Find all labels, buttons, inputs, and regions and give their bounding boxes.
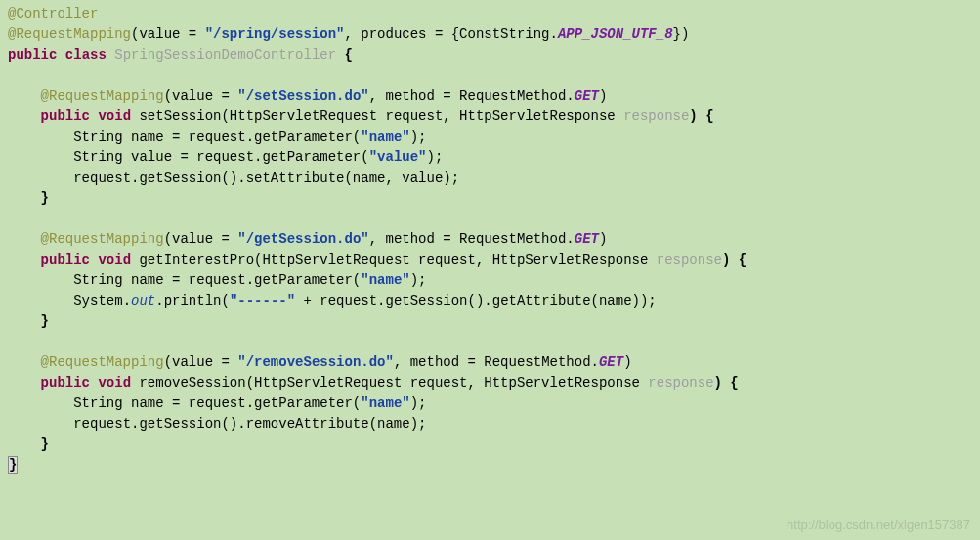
code-text: (value = (131, 26, 205, 42)
string-literal: "name" (361, 129, 409, 145)
code-text: String name = request.getParameter( (73, 395, 361, 411)
code-text: setSession(HttpServletRequest request, H… (131, 108, 623, 124)
code-text: ); (410, 395, 427, 411)
brace: { (336, 47, 353, 62)
code-text: + request.getSession().getAttribute(name… (295, 293, 657, 309)
annotation: @RequestMapping (41, 88, 164, 104)
annotation: @RequestMapping (41, 354, 164, 370)
unused-param: response (657, 252, 722, 268)
code-text: request.getSession().setAttribute(name, … (73, 170, 459, 186)
string-literal: "/setSession.do" (237, 88, 368, 104)
code-text: String name = request.getParameter( (73, 129, 361, 145)
code-text: System. (73, 293, 131, 309)
constant: GET (575, 231, 599, 247)
code-text: ); (410, 272, 427, 288)
code-text: ) { (722, 252, 746, 268)
code-text: , method = RequestMethod. (369, 231, 575, 247)
keyword: public (41, 108, 90, 124)
string-literal: "name" (361, 272, 409, 288)
code-text: (value = (164, 354, 238, 370)
brace: } (41, 190, 49, 206)
unused-param: response (648, 375, 713, 391)
constant: GET (599, 354, 623, 370)
string-literal: "/spring/session" (205, 26, 345, 42)
watermark: http://blog.csdn.net/xlgen157387 (787, 516, 970, 535)
code-text: String name = request.getParameter( (73, 272, 361, 288)
constant: APP_JSON_UTF_8 (558, 26, 673, 42)
annotation: @RequestMapping (8, 26, 131, 42)
brace: } (41, 436, 49, 452)
annotation: @RequestMapping (41, 231, 164, 247)
string-literal: "value" (369, 149, 427, 165)
closing-brace-caret: } (8, 456, 18, 474)
keyword: void (98, 375, 131, 391)
string-literal: "/getSession.do" (237, 231, 368, 247)
code-text: ) (599, 88, 607, 104)
keyword: void (98, 108, 131, 124)
keyword: class (65, 47, 107, 62)
code-text: ); (410, 129, 427, 145)
code-text: String value = request.getParameter( (73, 149, 368, 165)
annotation: @Controller (8, 6, 98, 21)
string-literal: "/removeSession.do" (237, 354, 394, 370)
code-text: , method = RequestMethod. (394, 354, 599, 370)
code-text: (value = (164, 88, 238, 104)
code-text: removeSession(HttpServletRequest request… (131, 375, 648, 391)
code-text: ) { (689, 108, 713, 124)
class-name: SpringSessionDemoController (114, 47, 336, 62)
code-text: (value = (164, 231, 238, 247)
string-literal: "name" (361, 395, 409, 411)
brace: } (41, 313, 49, 329)
code-text: , produces = {ConstString. (344, 26, 557, 42)
code-text: getInterestPro(HttpServletRequest reques… (131, 252, 657, 268)
code-text: }) (673, 26, 690, 42)
code-text: request.getSession().removeAttribute(nam… (73, 416, 426, 432)
code-text: ); (426, 149, 443, 165)
code-text: .println( (155, 293, 230, 309)
unused-param: response (623, 108, 689, 124)
keyword: public (41, 375, 90, 391)
code-block: @Controller @RequestMapping(value = "/sp… (0, 0, 980, 479)
code-text: ) { (714, 375, 739, 391)
code-text: ) (623, 354, 631, 370)
string-literal: "------" (230, 293, 295, 309)
keyword: public (8, 47, 57, 62)
constant: GET (575, 88, 599, 104)
static-field: out (131, 293, 155, 309)
keyword: public (41, 252, 90, 268)
code-text: , method = RequestMethod. (369, 88, 575, 104)
keyword: void (98, 252, 131, 268)
code-text: ) (599, 231, 607, 247)
